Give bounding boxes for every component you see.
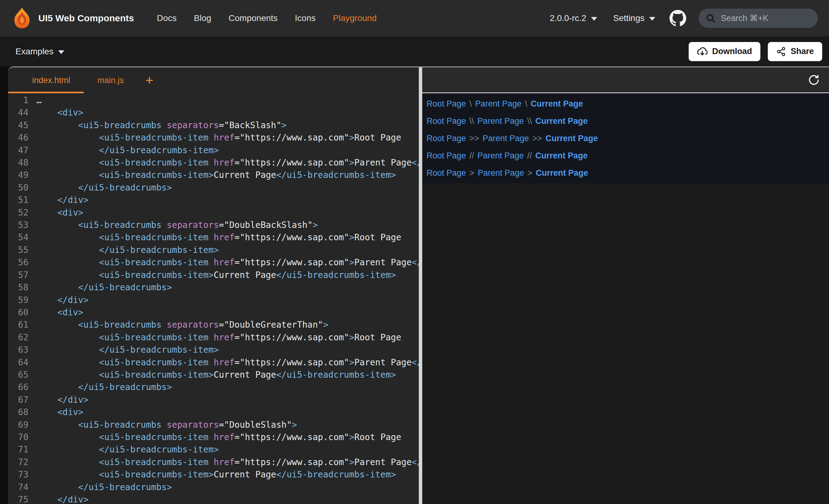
split-divider[interactable]: [419, 67, 422, 504]
code-area[interactable]: 1…44 <div>45 <ui5-breadcrumbs separators…: [8, 93, 419, 504]
code-line: 46 <ui5-breadcrumbs-item href="https://w…: [8, 131, 419, 144]
code-line: 51 </div>: [8, 194, 419, 206]
settings-label: Settings: [613, 13, 645, 23]
code-line: 71 </ui5-breadcrumbs-item>: [8, 443, 419, 456]
refresh-button[interactable]: [807, 74, 820, 86]
line-number: 46: [8, 131, 36, 144]
line-number: 44: [8, 107, 36, 119]
code-editor[interactable]: index.htmlmain.js + 1…44 <div>45 <ui5-br…: [8, 67, 419, 504]
code-line: 70 <ui5-breadcrumbs-item href="https://w…: [8, 431, 419, 443]
line-number: 54: [8, 231, 36, 244]
line-number: 74: [8, 481, 36, 494]
version-label: 2.0.0-rc.2: [550, 13, 586, 23]
tab-main.js[interactable]: main.js: [84, 67, 138, 93]
breadcrumb-current: Current Page: [531, 99, 583, 109]
github-icon[interactable]: [670, 10, 686, 27]
code-line: 75 </div>: [8, 494, 419, 504]
breadcrumb-link[interactable]: Root Page: [427, 168, 466, 178]
code-line: 62 <ui5-breadcrumbs-item href="https://w…: [8, 332, 419, 344]
code-line: 68 <div>: [8, 406, 419, 419]
chevron-down-icon: [649, 17, 655, 21]
line-number: 62: [8, 332, 36, 344]
line-number: 67: [8, 394, 36, 406]
code-line: 65 <ui5-breadcrumbs-item>Current Page</u…: [8, 369, 419, 381]
playground-toolbar: Examples Download Share: [0, 36, 829, 66]
breadcrumb-link[interactable]: Parent Page: [475, 99, 521, 109]
code-line: 60 <div>: [8, 306, 419, 319]
code-line: 66 </ui5-breadcrumbs>: [8, 381, 419, 393]
code-line: 73 <ui5-breadcrumbs-item>Current Page</u…: [8, 468, 419, 481]
code-line: 48 <ui5-breadcrumbs-item href="https://w…: [8, 157, 419, 169]
code-line: 55 </ui5-breadcrumbs-item>: [8, 244, 419, 256]
breadcrumb-link[interactable]: Parent Page: [477, 168, 524, 178]
preview-header: [422, 67, 829, 93]
breadcrumb-current: Current Page: [535, 151, 588, 161]
breadcrumb: Root Page\\Parent Page\\Current Page: [427, 112, 825, 130]
nav-item-playground[interactable]: Playground: [333, 13, 377, 23]
nav-item-blog[interactable]: Blog: [194, 13, 211, 23]
share-label: Share: [791, 47, 814, 56]
nav-item-components[interactable]: Components: [228, 13, 278, 23]
site-title: UI5 Web Components: [38, 13, 134, 24]
examples-label: Examples: [15, 47, 53, 56]
breadcrumb-separator: >: [527, 168, 532, 178]
share-icon: [776, 47, 786, 56]
line-number: 69: [8, 419, 36, 431]
line-number: 51: [8, 194, 36, 206]
line-number: 56: [8, 256, 36, 269]
code-line: 69 <ui5-breadcrumbs separators="DoubleSl…: [8, 419, 419, 431]
top-navigation: UI5 Web Components DocsBlogComponentsIco…: [0, 0, 829, 36]
line-number: 58: [8, 281, 36, 294]
line-number: 68: [8, 406, 36, 419]
version-dropdown[interactable]: 2.0.0-rc.2: [550, 13, 597, 23]
line-number: 64: [8, 356, 36, 369]
code-line: 58 </ui5-breadcrumbs>: [8, 281, 419, 294]
nav-item-icons[interactable]: Icons: [295, 13, 316, 23]
search-box[interactable]: [698, 9, 818, 28]
line-number: 60: [8, 306, 36, 319]
line-number: 53: [8, 219, 36, 231]
line-number: 55: [8, 244, 36, 256]
code-line: 49 <ui5-breadcrumbs-item>Current Page</u…: [8, 169, 419, 181]
line-number: 65: [8, 369, 36, 381]
settings-dropdown[interactable]: Settings: [613, 13, 655, 23]
line-number: 63: [8, 344, 36, 356]
line-number: 48: [8, 157, 36, 169]
examples-dropdown[interactable]: Examples: [15, 47, 64, 56]
breadcrumb-link[interactable]: Root Page: [427, 151, 466, 161]
breadcrumb-separator: >>: [470, 134, 479, 143]
line-number: 61: [8, 319, 36, 331]
code-line: 64 <ui5-breadcrumbs-item href="https://w…: [8, 356, 419, 369]
code-line: 1…: [8, 94, 419, 107]
tab-index.html[interactable]: index.html: [8, 67, 84, 93]
preview-frame: Root Page\Parent Page\Current PageRoot P…: [422, 93, 829, 184]
code-line: 45 <ui5-breadcrumbs separators="BackSlas…: [8, 119, 419, 131]
line-number: 66: [8, 381, 36, 393]
code-line: 54 <ui5-breadcrumbs-item href="https://w…: [8, 231, 419, 244]
code-line: 53 <ui5-breadcrumbs separators="DoubleBa…: [8, 219, 419, 231]
breadcrumb-current: Current Page: [536, 168, 588, 178]
line-number: 1: [8, 94, 36, 107]
search-input[interactable]: [721, 13, 811, 23]
code-line: 57 <ui5-breadcrumbs-item>Current Page</u…: [8, 269, 419, 281]
line-number: 73: [8, 468, 36, 481]
breadcrumb-link[interactable]: Root Page: [427, 99, 466, 109]
playground-container: index.htmlmain.js + 1…44 <div>45 <ui5-br…: [8, 66, 829, 504]
breadcrumb-link[interactable]: Parent Page: [477, 116, 524, 126]
nav-item-docs[interactable]: Docs: [157, 13, 177, 23]
breadcrumb: Root Page>Parent Page>Current Page: [427, 164, 825, 182]
breadcrumb-link[interactable]: Root Page: [427, 134, 466, 143]
breadcrumb-link[interactable]: Parent Page: [477, 151, 524, 161]
code-line: 63 </ui5-breadcrumbs-item>: [8, 344, 419, 356]
download-button[interactable]: Download: [689, 42, 760, 61]
line-number: 45: [8, 119, 36, 131]
ui5-logo-icon[interactable]: [12, 7, 32, 30]
breadcrumb-link[interactable]: Parent Page: [482, 134, 529, 143]
line-number: 59: [8, 294, 36, 306]
add-tab-button[interactable]: +: [138, 67, 161, 93]
share-button[interactable]: Share: [768, 42, 822, 61]
search-icon: [706, 13, 716, 24]
code-line: 47 </ui5-breadcrumbs-item>: [8, 144, 419, 157]
breadcrumb-separator: >>: [532, 134, 542, 143]
breadcrumb-link[interactable]: Root Page: [427, 116, 466, 126]
